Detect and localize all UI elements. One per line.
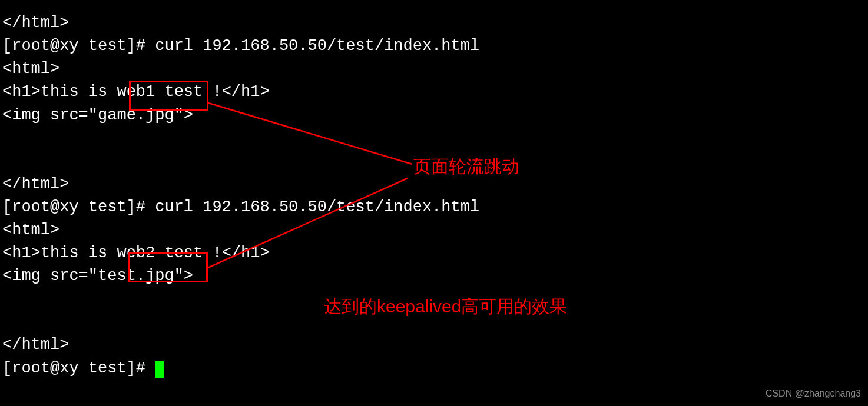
cursor-icon [155, 361, 164, 378]
terminal-prompt[interactable]: [root@xy test]# [0, 357, 868, 380]
annotation-text-bottom: 达到的keepalived高可用的效果 [324, 294, 567, 320]
terminal-output: </html> [0, 334, 868, 357]
highlight-box-web2 [128, 252, 208, 282]
terminal-prompt-command: [root@xy test]# curl 192.168.50.50/test/… [0, 35, 868, 58]
terminal-prompt-command: [root@xy test]# curl 192.168.50.50/test/… [0, 196, 868, 219]
highlight-box-web1 [129, 81, 208, 111]
watermark: CSDN @zhangchang3 [766, 387, 861, 400]
annotation-text-top: 页面轮流跳动 [413, 154, 519, 179]
terminal-output: </html> [0, 12, 868, 35]
terminal-output: <html> [0, 58, 868, 81]
terminal-output: <html> [0, 219, 868, 242]
